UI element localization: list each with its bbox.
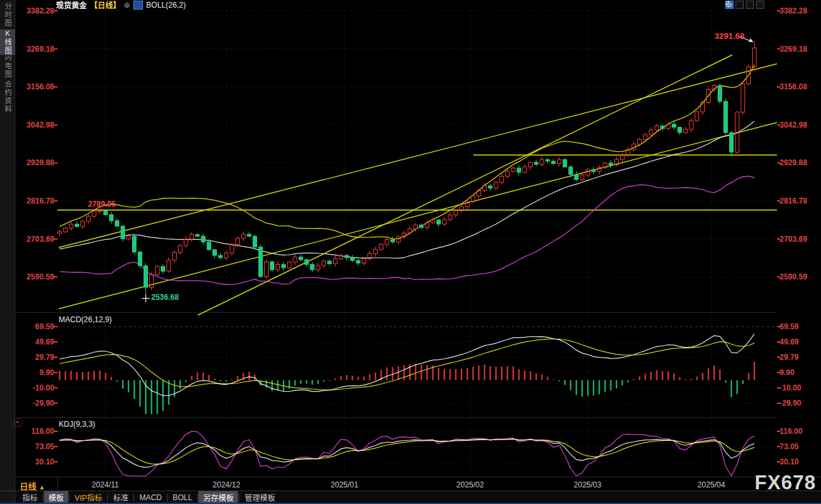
y-axis-label: 3382.28 (17, 6, 54, 15)
kdj-settings-dot (17, 421, 18, 423)
y-axis-label: 73.05 (780, 442, 817, 451)
toolbar-divider (43, 494, 43, 501)
y-axis-label: 2590.59 (780, 272, 817, 281)
sidebar-item-1[interactable]: 分时图 (0, 3, 15, 27)
y-axis-label: 30.10 (780, 457, 817, 466)
y-axis-label: -29.90 (780, 399, 817, 408)
annotation-oct-high: 2789.95 (88, 200, 115, 209)
watermark: FX678 (755, 471, 816, 494)
y-axis-label: 73.05 (17, 442, 54, 451)
y-axis-label: 3269.18 (17, 45, 54, 54)
trading-app-window: 分时图K线图闪电图合约资料 现货黄金 【日线】 ⊕ BOLL(26,2) 338… (0, 0, 821, 504)
y-axis-label: 3156.08 (780, 82, 817, 91)
toolbar-divider (239, 494, 239, 501)
overlay-label[interactable]: BOLL(26,2) (146, 1, 186, 10)
y-axis-label: 3042.98 (17, 121, 54, 130)
toolbar-item-8[interactable]: 管理模板 (240, 491, 279, 503)
y-axis-label: 3382.28 (780, 6, 817, 15)
fit-y-axis-icon[interactable] (736, 1, 744, 9)
kdj-settings-icon[interactable] (14, 419, 22, 427)
y-axis-label: -10.00 (17, 383, 54, 392)
bottom-toolbar: 指标模板VIP指标标准MACDBOLL另存模板管理模板 (15, 492, 821, 503)
y-axis-label: 9.90 (17, 368, 54, 377)
annotation-nov-low: 2536.68 (151, 293, 179, 302)
toolbar-item-2[interactable]: 模板 (44, 491, 68, 503)
toolbar-item-3[interactable]: VIP指标 (70, 491, 107, 503)
period-up-arrow: ▲ (39, 484, 45, 491)
sidebar-item-4[interactable]: 合约资料 (0, 80, 15, 114)
y-axis-label: 3269.18 (780, 45, 817, 54)
toolbar-item-7[interactable]: 另存模板 (198, 491, 238, 503)
pan-right-icon[interactable] (756, 1, 764, 9)
toolbar-divider (107, 494, 108, 501)
y-axis-label: 2703.69 (17, 235, 54, 244)
chart-header: 现货黄金 【日线】 ⊕ BOLL(26,2) (56, 0, 186, 10)
y-axis-label: 3156.08 (17, 82, 54, 91)
y-axis-label: 49.69 (17, 337, 54, 346)
period-tag: 【日线】 (90, 0, 121, 10)
y-axis-label: 69.59 (780, 322, 817, 331)
y-axis-label: 30.10 (17, 457, 54, 466)
xaxis-separator (15, 477, 821, 477)
toolbar-divider (197, 494, 198, 501)
y-axis-label: 116.00 (17, 427, 54, 436)
y-axis-label: 9.90 (780, 368, 817, 377)
chart-canvas[interactable] (0, 0, 821, 504)
x-axis-label: 2024/11 (92, 480, 119, 489)
sidebar-item-2[interactable]: K线图 (0, 29, 15, 55)
x-axis-label: 2025/02 (456, 480, 484, 489)
sidebar-item-3[interactable]: 闪电图 (0, 54, 15, 78)
x-axis-label: 2025/04 (697, 480, 725, 489)
y-axis-label: 49.69 (780, 337, 817, 346)
toolbar-item-5[interactable]: MACD (135, 493, 166, 503)
toolbar-divider (69, 494, 70, 501)
add-indicator-icon[interactable]: ⊕ (124, 1, 130, 9)
x-axis-label: 2025/01 (330, 480, 358, 489)
toolbar-item-6[interactable]: BOLL (168, 493, 197, 503)
kdj-pane-title[interactable]: KDJ(9,3,3) (59, 420, 95, 429)
y-axis-label: 2816.78 (780, 196, 817, 205)
y-axis-label: 2816.78 (17, 196, 54, 205)
y-axis-label: 2590.59 (17, 272, 54, 281)
y-axis-label: 69.59 (17, 322, 54, 331)
y-axis-label: 2703.69 (780, 235, 817, 244)
y-axis-label: 116.00 (780, 427, 817, 436)
chart-toolbar-icons (725, 1, 764, 9)
xaxis-divider (57, 477, 58, 491)
macd-pane-title[interactable]: MACD(26,12,9) (59, 315, 112, 324)
y-axis-label: -10.00 (780, 383, 817, 392)
x-axis-label: 2024/12 (212, 480, 240, 489)
toolbar-item-4[interactable]: 标准 (108, 491, 133, 503)
toolbar-divider (167, 494, 168, 501)
y-axis-label: 3042.98 (780, 121, 817, 130)
y-axis-label: 2929.88 (780, 158, 817, 167)
toolbar-item-1[interactable]: 指标 (18, 491, 42, 503)
y-axis-label: -29.90 (17, 399, 54, 408)
annotation-apr-high: 3291.68 (714, 31, 744, 41)
y-axis-label: 2929.88 (17, 158, 54, 167)
y-axis-label: 29.79 (780, 353, 817, 362)
fit-x-axis-icon[interactable] (746, 1, 754, 9)
toolbar-divider (133, 494, 134, 501)
x-axis-label: 2025/03 (573, 480, 601, 489)
y-axis-label: 29.79 (17, 353, 54, 362)
overlay-chip-icon[interactable] (133, 1, 143, 10)
sidebar: 分时图K线图闪电图合约资料 (0, 0, 15, 504)
